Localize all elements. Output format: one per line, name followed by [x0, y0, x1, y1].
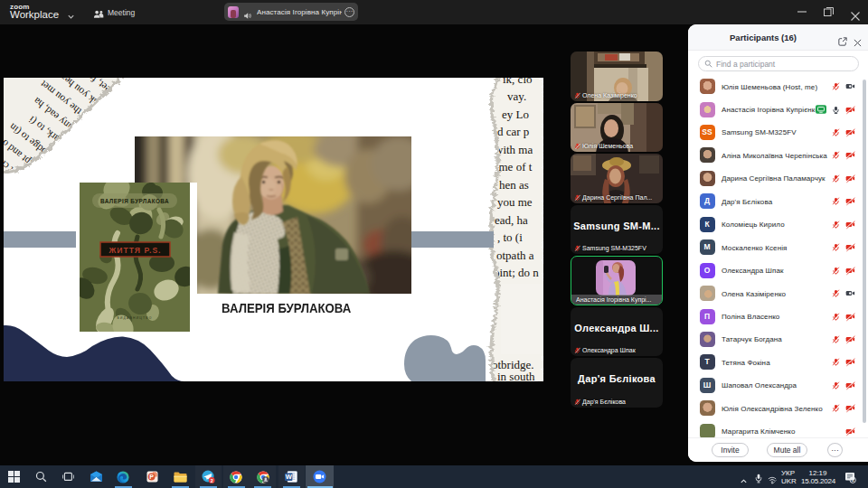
svg-text:vay.: vay. [507, 89, 526, 103]
svg-text:oint; do n: oint; do n [494, 266, 539, 279]
svg-text:with ma: with ma [495, 143, 533, 156]
svg-text:P: P [149, 474, 154, 480]
svg-text:d car p: d car p [497, 125, 529, 138]
svg-text:in south: in south [497, 370, 535, 381]
svg-text:ВАЛЕРІЯ БУРЛАКОВА: ВАЛЕРІЯ БУРЛАКОВА [100, 198, 169, 204]
svg-text:ЖИТТЯ P.S.: ЖИТТЯ P.S. [108, 246, 161, 255]
svg-text:you me: you me [497, 195, 533, 209]
svg-text:W: W [286, 473, 293, 481]
svg-text:otpath a: otpath a [496, 249, 534, 262]
svg-text:ik, clo: ik, clo [503, 78, 533, 86]
svg-text:hen as: hen as [499, 178, 529, 192]
svg-text:ВИДАВНИЦТВО: ВИДАВНИЦТВО [118, 316, 153, 320]
svg-text:, to (i: , to (i [497, 230, 523, 244]
svg-text:ey Lo: ey Lo [502, 108, 529, 121]
svg-text:2: 2 [210, 478, 212, 483]
svg-text:ead, ha: ead, ha [495, 213, 528, 227]
